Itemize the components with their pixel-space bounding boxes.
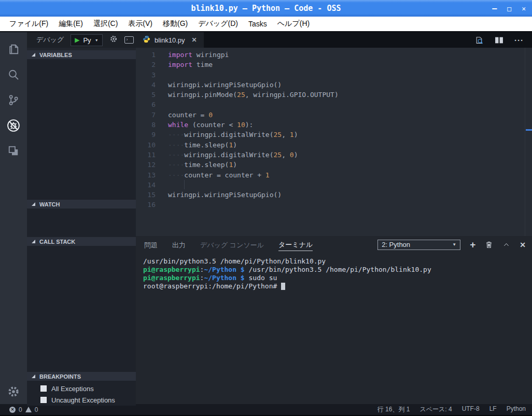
tab-blink10-py[interactable]: blink10.py ✕ — [136, 32, 204, 48]
code-line[interactable]: 15wiringpi.wiringPiSetupGpio() — [136, 190, 532, 200]
activity-settings-gear-icon[interactable] — [0, 379, 27, 404]
menu-item-1[interactable]: 編集(E) — [53, 17, 88, 31]
status-language-mode[interactable]: Python — [507, 405, 526, 414]
menu-item-7[interactable]: ヘルプ(H) — [272, 17, 315, 31]
code-line[interactable]: 3 — [136, 70, 532, 80]
maximize-button[interactable]: □ — [507, 5, 511, 12]
activity-search-icon[interactable] — [0, 62, 27, 87]
line-number: 3 — [136, 70, 156, 80]
terminal[interactable]: /usr/bin/python3.5 /home/pi/Python/blink… — [136, 252, 532, 404]
line-number: 4 — [136, 80, 156, 90]
close-panel-icon[interactable]: ✕ — [520, 241, 526, 249]
code-line[interactable]: 11····wiringpi.digitalWrite(25, 0) — [136, 150, 532, 160]
terminal-select[interactable]: 2: Python ▼ — [377, 240, 460, 250]
code-line-text: ····time.sleep(1) — [168, 160, 237, 170]
debug-launch-control[interactable]: ▶ Py ▼ — [71, 34, 102, 46]
code-line-text: wiringpi.pinMode(25, wiringpi.GPIO.OUTPU… — [168, 90, 339, 100]
code-line[interactable]: 1import wiringpi — [136, 50, 532, 60]
overview-ruler[interactable] — [525, 48, 532, 236]
code-line[interactable]: 10····time.sleep(1) — [136, 140, 532, 150]
terminal-cursor — [281, 283, 285, 290]
status-indentation[interactable]: スペース: 4 — [419, 405, 452, 414]
code-line[interactable]: 9····wiringpi.digitalWrite(25, 1) — [136, 130, 532, 140]
menu-item-0[interactable]: ファイル(F) — [4, 17, 53, 31]
line-number: 6 — [136, 100, 156, 109]
panel-controls: 2: Python ▼ +✕ — [377, 239, 526, 251]
status-cursor-position[interactable]: 行 16、列 1 — [377, 405, 410, 414]
close-tab-icon[interactable]: ✕ — [192, 36, 197, 44]
activity-extensions-icon[interactable] — [0, 138, 27, 163]
watch-body[interactable] — [27, 209, 136, 237]
menu-item-6[interactable]: Tasks — [243, 18, 272, 30]
code-line-text: import wiringpi — [168, 50, 229, 60]
error-icon: ✕ — [9, 407, 16, 413]
section-title: WATCH — [39, 201, 60, 207]
activity-source-control-icon[interactable] — [0, 87, 27, 113]
code-line[interactable]: 7counter = 0 — [136, 110, 532, 120]
breakpoint-label: Uncaught Exceptions — [51, 396, 115, 404]
code-line[interactable]: 13····counter = counter + 1 — [136, 170, 532, 180]
section-header-breakpoints[interactable]: BREAKPOINTS — [27, 372, 136, 381]
call-stack-body[interactable] — [27, 246, 136, 372]
code-line-text: while (counter < 10): — [168, 120, 253, 130]
menu-item-5[interactable]: デバッグ(D) — [193, 17, 243, 31]
code-line[interactable]: 16 — [136, 200, 532, 210]
debug-config-select[interactable]: Py — [83, 36, 91, 44]
terminal-line: pi@raspberrypi:~/Python $ /usr/bin/pytho… — [143, 266, 532, 274]
tab-bar: blink10.py ✕ ··· — [136, 32, 532, 48]
debug-sidebar: デバッグ ▶ Py ▼ › VARIABLES WATCH — [27, 32, 136, 404]
status-encoding[interactable]: UTF-8 — [462, 405, 480, 414]
maximize-panel-icon[interactable] — [502, 241, 510, 248]
kill-terminal-icon[interactable] — [485, 240, 493, 249]
code-line[interactable]: 2import time — [136, 60, 532, 70]
editor-area: blink10.py ✕ ··· 1import wiringpi2import… — [136, 32, 532, 404]
debug-console-toggle-icon[interactable]: › — [124, 36, 134, 44]
line-number: 8 — [136, 120, 156, 130]
status-right: 行 16、列 1スペース: 4UTF-8LFPython — [377, 405, 526, 414]
activity-debug-icon[interactable] — [0, 113, 27, 138]
code-line[interactable]: 8while (counter < 10): — [136, 120, 532, 130]
checkbox[interactable] — [40, 397, 47, 403]
code-line-text: counter = 0 — [168, 110, 213, 120]
code-line[interactable]: 14 — [136, 180, 532, 190]
new-terminal-icon[interactable]: + — [470, 239, 475, 251]
code-editor[interactable]: 1import wiringpi2import time34wiringpi.w… — [136, 48, 532, 236]
more-actions-icon[interactable]: ··· — [514, 36, 524, 45]
breakpoint-item[interactable]: All Exceptions — [27, 383, 136, 394]
menu-item-4[interactable]: 移動(G) — [158, 17, 193, 31]
twistie-icon — [32, 240, 35, 243]
minimize-button[interactable]: – — [492, 4, 497, 13]
menu-item-3[interactable]: 表示(V) — [123, 17, 158, 31]
status-eol[interactable]: LF — [489, 405, 497, 414]
configure-debug-icon[interactable] — [109, 35, 118, 45]
panel-tab-1[interactable]: 出力 — [172, 239, 186, 251]
code-line-text: import time — [168, 60, 213, 70]
menu-bar: ファイル(F)編集(E)選択(C)表示(V)移動(G)デバッグ(D)Tasksヘ… — [0, 17, 532, 31]
panel-tab-3[interactable]: ターミナル — [278, 238, 313, 251]
code-line[interactable]: 12····time.sleep(1) — [136, 160, 532, 170]
close-button[interactable]: ✕ — [522, 5, 526, 12]
start-debug-icon[interactable]: ▶ — [75, 36, 79, 44]
code-line[interactable]: 6 — [136, 100, 532, 109]
activity-files-icon[interactable] — [0, 36, 27, 62]
checkbox[interactable] — [40, 385, 47, 392]
section-header-call-stack[interactable]: CALL STACK — [27, 237, 136, 246]
menu-item-2[interactable]: 選択(C) — [88, 17, 123, 31]
split-editor-icon[interactable] — [495, 36, 503, 44]
problems-status[interactable]: ✕ 0 0 — [9, 406, 38, 413]
editor-actions: ··· — [474, 32, 532, 48]
section-header-watch[interactable]: WATCH — [27, 200, 136, 209]
breakpoint-item[interactable]: Uncaught Exceptions — [27, 394, 136, 406]
code-line[interactable]: 5wiringpi.pinMode(25, wiringpi.GPIO.OUTP… — [136, 90, 532, 100]
window-controls: – □ ✕ — [492, 0, 526, 17]
twistie-icon — [32, 375, 35, 378]
window: blink10.py — Python — Code - OSS – □ ✕ フ… — [0, 0, 532, 416]
code-line[interactable]: 4wiringpi.wiringPiSetupGpio() — [136, 80, 532, 90]
chevron-down-icon: ▼ — [452, 242, 456, 247]
title-bar[interactable]: blink10.py — Python — Code - OSS – □ ✕ — [0, 0, 532, 17]
open-file-search-icon[interactable] — [474, 36, 484, 45]
panel-tab-2[interactable]: デバッグ コンソール — [200, 239, 264, 251]
panel-tab-0[interactable]: 問題 — [144, 239, 158, 251]
section-header-variables[interactable]: VARIABLES — [27, 50, 136, 59]
variables-body[interactable] — [27, 59, 136, 200]
